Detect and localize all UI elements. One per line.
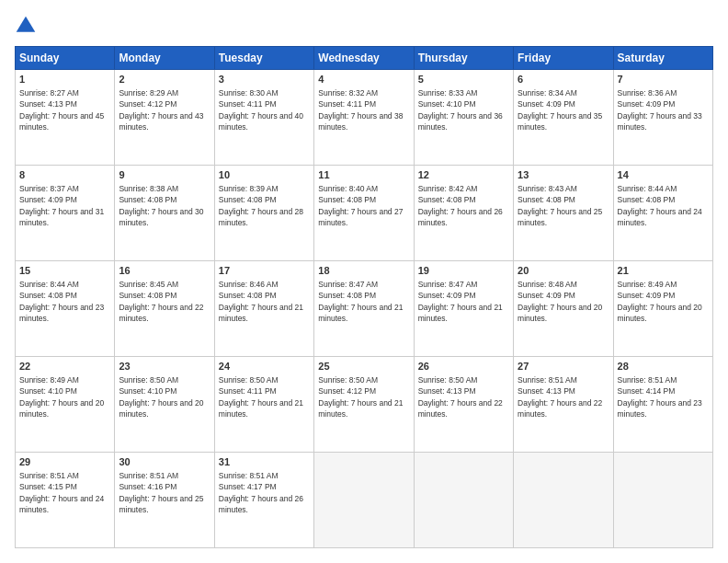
day-info: Sunrise: 8:49 AMSunset: 4:09 PMDaylight:…: [618, 280, 702, 323]
day-number: 27: [518, 360, 609, 373]
calendar-cell: 21Sunrise: 8:49 AMSunset: 4:09 PMDayligh…: [613, 261, 712, 357]
calendar-cell: 19Sunrise: 8:47 AMSunset: 4:09 PMDayligh…: [414, 261, 513, 357]
day-info: Sunrise: 8:46 AMSunset: 4:08 PMDaylight:…: [219, 280, 303, 323]
day-number: 15: [19, 264, 110, 278]
calendar-week-5: 29Sunrise: 8:51 AMSunset: 4:15 PMDayligh…: [16, 453, 713, 548]
calendar-cell: 5Sunrise: 8:33 AMSunset: 4:10 PMDaylight…: [414, 70, 513, 166]
day-number: 5: [418, 73, 509, 86]
calendar-cell: 30Sunrise: 8:51 AMSunset: 4:16 PMDayligh…: [115, 453, 214, 548]
day-number: 18: [318, 264, 409, 278]
weekday-monday: Monday: [115, 47, 214, 70]
day-info: Sunrise: 8:47 AMSunset: 4:09 PMDaylight:…: [418, 280, 503, 323]
calendar-cell: 27Sunrise: 8:51 AMSunset: 4:13 PMDayligh…: [514, 357, 613, 453]
day-info: Sunrise: 8:29 AMSunset: 4:12 PMDaylight:…: [119, 88, 203, 132]
day-info: Sunrise: 8:42 AMSunset: 4:08 PMDaylight:…: [418, 184, 503, 227]
day-info: Sunrise: 8:34 AMSunset: 4:09 PMDaylight:…: [518, 88, 602, 132]
day-info: Sunrise: 8:51 AMSunset: 4:14 PMDaylight:…: [618, 375, 702, 419]
logo-icon: [15, 15, 37, 37]
day-number: 29: [19, 455, 110, 469]
day-number: 19: [418, 264, 509, 278]
day-number: 14: [618, 168, 709, 182]
day-number: 28: [618, 360, 709, 373]
day-number: 21: [618, 264, 709, 278]
day-info: Sunrise: 8:50 AMSunset: 4:13 PMDaylight:…: [418, 375, 503, 419]
day-info: Sunrise: 8:51 AMSunset: 4:17 PMDaylight:…: [219, 471, 303, 514]
day-info: Sunrise: 8:44 AMSunset: 4:08 PMDaylight:…: [618, 184, 702, 227]
calendar-cell: 29Sunrise: 8:51 AMSunset: 4:15 PMDayligh…: [16, 453, 115, 548]
day-number: 30: [119, 455, 210, 469]
calendar-cell: [414, 453, 513, 548]
calendar-cell: 12Sunrise: 8:42 AMSunset: 4:08 PMDayligh…: [414, 166, 513, 261]
day-info: Sunrise: 8:50 AMSunset: 4:12 PMDaylight:…: [318, 375, 403, 419]
day-info: Sunrise: 8:45 AMSunset: 4:08 PMDaylight:…: [119, 280, 203, 323]
calendar-cell: 6Sunrise: 8:34 AMSunset: 4:09 PMDaylight…: [514, 70, 613, 166]
calendar-cell: 25Sunrise: 8:50 AMSunset: 4:12 PMDayligh…: [314, 357, 414, 453]
day-number: 23: [119, 360, 210, 373]
calendar-week-3: 15Sunrise: 8:44 AMSunset: 4:08 PMDayligh…: [16, 261, 713, 357]
day-info: Sunrise: 8:47 AMSunset: 4:08 PMDaylight:…: [318, 280, 403, 323]
day-info: Sunrise: 8:51 AMSunset: 4:15 PMDaylight:…: [19, 471, 104, 514]
day-number: 3: [219, 73, 310, 86]
day-info: Sunrise: 8:27 AMSunset: 4:13 PMDaylight:…: [19, 88, 104, 132]
day-number: 16: [119, 264, 210, 278]
day-number: 24: [219, 360, 310, 373]
weekday-header-row: SundayMondayTuesdayWednesdayThursdayFrid…: [16, 47, 713, 70]
day-number: 8: [19, 168, 110, 182]
header: [15, 15, 713, 37]
calendar-cell: 4Sunrise: 8:32 AMSunset: 4:11 PMDaylight…: [314, 70, 414, 166]
day-number: 25: [318, 360, 409, 373]
day-number: 12: [418, 168, 509, 182]
day-info: Sunrise: 8:50 AMSunset: 4:10 PMDaylight:…: [119, 375, 203, 419]
calendar-cell: 3Sunrise: 8:30 AMSunset: 4:11 PMDaylight…: [214, 70, 313, 166]
day-number: 1: [19, 73, 110, 86]
calendar-cell: [613, 453, 712, 548]
calendar-cell: 10Sunrise: 8:39 AMSunset: 4:08 PMDayligh…: [214, 166, 313, 261]
calendar-cell: 24Sunrise: 8:50 AMSunset: 4:11 PMDayligh…: [214, 357, 313, 453]
day-info: Sunrise: 8:51 AMSunset: 4:13 PMDaylight:…: [518, 375, 602, 419]
day-info: Sunrise: 8:51 AMSunset: 4:16 PMDaylight:…: [119, 471, 203, 514]
day-info: Sunrise: 8:37 AMSunset: 4:09 PMDaylight:…: [19, 184, 104, 227]
day-info: Sunrise: 8:30 AMSunset: 4:11 PMDaylight:…: [219, 88, 303, 132]
day-info: Sunrise: 8:33 AMSunset: 4:10 PMDaylight:…: [418, 88, 503, 132]
day-info: Sunrise: 8:39 AMSunset: 4:08 PMDaylight:…: [219, 184, 303, 227]
day-number: 10: [219, 168, 310, 182]
calendar-cell: 13Sunrise: 8:43 AMSunset: 4:08 PMDayligh…: [514, 166, 613, 261]
day-info: Sunrise: 8:49 AMSunset: 4:10 PMDaylight:…: [19, 375, 104, 419]
calendar-cell: 16Sunrise: 8:45 AMSunset: 4:08 PMDayligh…: [115, 261, 214, 357]
calendar-cell: 15Sunrise: 8:44 AMSunset: 4:08 PMDayligh…: [16, 261, 115, 357]
calendar-cell: 31Sunrise: 8:51 AMSunset: 4:17 PMDayligh…: [214, 453, 313, 548]
weekday-sunday: Sunday: [16, 47, 115, 70]
calendar-table: SundayMondayTuesdayWednesdayThursdayFrid…: [15, 46, 713, 548]
logo: [15, 15, 40, 37]
calendar-cell: 9Sunrise: 8:38 AMSunset: 4:08 PMDaylight…: [115, 166, 214, 261]
day-number: 11: [318, 168, 409, 182]
calendar-week-4: 22Sunrise: 8:49 AMSunset: 4:10 PMDayligh…: [16, 357, 713, 453]
calendar-week-2: 8Sunrise: 8:37 AMSunset: 4:09 PMDaylight…: [16, 166, 713, 261]
calendar-cell: [514, 453, 613, 548]
day-info: Sunrise: 8:48 AMSunset: 4:09 PMDaylight:…: [518, 280, 602, 323]
calendar-cell: [314, 453, 414, 548]
weekday-saturday: Saturday: [613, 47, 712, 70]
calendar-cell: 2Sunrise: 8:29 AMSunset: 4:12 PMDaylight…: [115, 70, 214, 166]
day-number: 7: [618, 73, 709, 86]
calendar-cell: 20Sunrise: 8:48 AMSunset: 4:09 PMDayligh…: [514, 261, 613, 357]
calendar-week-1: 1Sunrise: 8:27 AMSunset: 4:13 PMDaylight…: [16, 70, 713, 166]
day-info: Sunrise: 8:40 AMSunset: 4:08 PMDaylight:…: [318, 184, 403, 227]
day-number: 4: [318, 73, 409, 86]
day-info: Sunrise: 8:38 AMSunset: 4:08 PMDaylight:…: [119, 184, 203, 227]
calendar-cell: 7Sunrise: 8:36 AMSunset: 4:09 PMDaylight…: [613, 70, 712, 166]
calendar-cell: 11Sunrise: 8:40 AMSunset: 4:08 PMDayligh…: [314, 166, 414, 261]
day-number: 31: [219, 455, 310, 469]
day-info: Sunrise: 8:50 AMSunset: 4:11 PMDaylight:…: [219, 375, 303, 419]
day-number: 9: [119, 168, 210, 182]
calendar-cell: 22Sunrise: 8:49 AMSunset: 4:10 PMDayligh…: [16, 357, 115, 453]
weekday-wednesday: Wednesday: [314, 47, 414, 70]
calendar-cell: 28Sunrise: 8:51 AMSunset: 4:14 PMDayligh…: [613, 357, 712, 453]
day-number: 17: [219, 264, 310, 278]
day-info: Sunrise: 8:43 AMSunset: 4:08 PMDaylight:…: [518, 184, 602, 227]
calendar-cell: 14Sunrise: 8:44 AMSunset: 4:08 PMDayligh…: [613, 166, 712, 261]
day-info: Sunrise: 8:44 AMSunset: 4:08 PMDaylight:…: [19, 280, 104, 323]
svg-marker-0: [17, 17, 36, 32]
weekday-thursday: Thursday: [414, 47, 513, 70]
day-number: 2: [119, 73, 210, 86]
